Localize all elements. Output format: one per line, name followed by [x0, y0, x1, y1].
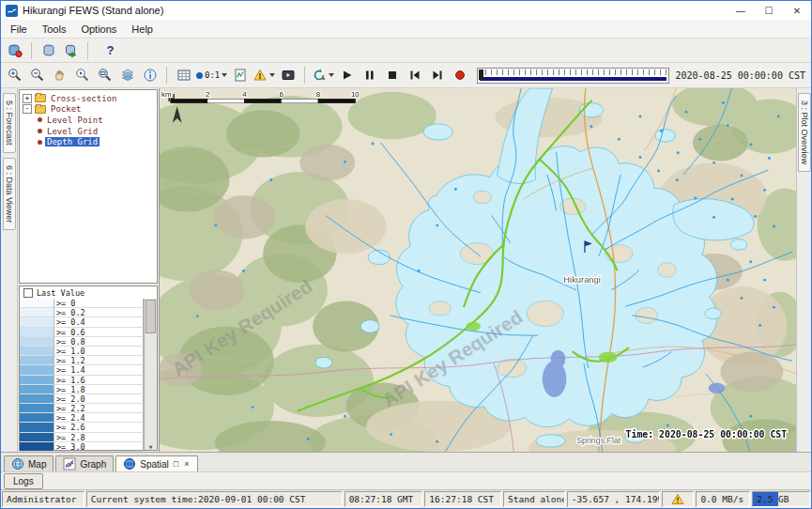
legend-row: >= 0.4: [20, 317, 144, 327]
scroll-down-icon[interactable]: ▼: [149, 443, 153, 450]
tree-item-label[interactable]: Cross-section: [49, 94, 118, 103]
record-icon[interactable]: [449, 65, 470, 86]
legend-label: >= 0.2: [54, 308, 144, 317]
app-logo-icon: [6, 5, 18, 17]
play-icon[interactable]: [336, 65, 358, 86]
movie-export-icon[interactable]: [277, 65, 299, 86]
menu-bar: FileToolsOptionsHelp: [1, 20, 811, 39]
pan-hand-icon[interactable]: [49, 65, 70, 86]
scale-unit-label: km: [161, 90, 171, 99]
step-forward-icon[interactable]: [426, 65, 448, 86]
legend-row: >= 1.8: [20, 385, 144, 394]
tab-maximize-icon[interactable]: □: [173, 459, 179, 469]
logs-button[interactable]: Logs: [4, 473, 43, 489]
marker-scale-label: 0:1: [205, 70, 220, 80]
legend-label: >= 1.6: [54, 376, 144, 385]
left-tab-strip: 5 : Forecast6 : Data Viewer: [1, 88, 18, 452]
warnings-dropdown[interactable]: [252, 65, 276, 86]
legend-label: >= 2.2: [54, 404, 144, 413]
legend-label: >= 2.4: [54, 413, 144, 423]
tree-item[interactable]: Level Point: [20, 115, 157, 126]
zoom-in-icon[interactable]: [4, 65, 25, 86]
menu-item-file[interactable]: File: [3, 22, 35, 37]
step-backward-icon[interactable]: [404, 65, 425, 86]
help-icon[interactable]: ?: [94, 39, 127, 61]
import-database-icon[interactable]: [60, 39, 82, 61]
map-canvas[interactable]: API Key Required API Key Required N Hiku…: [160, 88, 796, 452]
last-value-checkbox[interactable]: [23, 288, 33, 298]
tab-map-label: Map: [28, 459, 46, 470]
place-label: Springs Flat: [576, 436, 621, 445]
legend-color-swatch: [20, 376, 54, 385]
expand-icon[interactable]: +: [23, 94, 32, 103]
stop-icon[interactable]: [381, 65, 403, 86]
profile-icon[interactable]: [229, 65, 251, 86]
legend-label: >= 0.6: [54, 328, 144, 337]
title-bar: Hikurangi FEWS (Stand alone) — ☐ ✕: [1, 1, 811, 20]
database-explorer-icon[interactable]: [4, 39, 25, 61]
pause-icon[interactable]: [359, 65, 380, 86]
filter-tree: +Cross-section-PocketLevel PointLevel Gr…: [19, 89, 158, 284]
legend-scrollbar[interactable]: ▲ ▼: [144, 299, 157, 450]
info-icon[interactable]: [139, 65, 161, 86]
status-warning[interactable]: [662, 491, 694, 507]
menu-item-tools[interactable]: Tools: [35, 22, 74, 37]
tree-item-label[interactable]: Level Grid: [45, 127, 100, 136]
tab-graph-label: Graph: [80, 459, 106, 470]
maximize-button[interactable]: ☐: [755, 1, 783, 20]
tree-item-label[interactable]: Level Point: [45, 116, 105, 125]
marker-scale-dropdown[interactable]: 0:1: [195, 65, 228, 86]
zoom-extent-icon[interactable]: [94, 65, 115, 86]
warning-icon: [671, 493, 684, 505]
collapse-icon[interactable]: -: [23, 104, 32, 114]
legend-label: >= 2.6: [54, 423, 144, 432]
timeline-slider[interactable]: [477, 68, 668, 84]
timeline-thumb[interactable]: [479, 69, 483, 80]
tree-item[interactable]: -Pocket: [20, 104, 157, 116]
node-bullet-icon: [38, 117, 42, 122]
tab-spatial[interactable]: Spatial □ ×: [115, 455, 197, 471]
menu-item-help[interactable]: Help: [124, 22, 161, 37]
tree-item-label[interactable]: Pocket: [49, 104, 84, 114]
legend-row: >= 2.4: [20, 413, 144, 423]
grid-icon[interactable]: [173, 65, 194, 86]
left-panel: +Cross-section-PocketLevel PointLevel Gr…: [18, 88, 160, 452]
tab-map[interactable]: Map: [4, 455, 54, 471]
zoom-out-icon[interactable]: [26, 65, 48, 86]
legend-rows: >= 0>= 0.2>= 0.4>= 0.6>= 0.8>= 1.0>= 1.2…: [20, 299, 144, 450]
scroll-thumb[interactable]: [146, 300, 156, 333]
legend-label: >= 0: [54, 299, 144, 308]
legend-row: >= 2.6: [20, 423, 144, 432]
legend-color-swatch: [20, 433, 54, 442]
minimize-button[interactable]: —: [727, 1, 755, 20]
status-memory: 2.5 GB: [752, 491, 810, 507]
tree-item[interactable]: Depth Grid: [20, 136, 157, 147]
tree-item[interactable]: Level Grid: [20, 126, 157, 137]
zoom-previous-icon[interactable]: [71, 65, 93, 86]
status-local-time: 16:27:18 CST: [424, 491, 501, 507]
current-time-label: 2020-08-25 00:00:00 CST: [676, 70, 808, 81]
scale-tick-label: 6: [280, 90, 283, 99]
left-dock-tab-0[interactable]: 5 : Forecast: [3, 93, 16, 153]
legend-label: >= 0.8: [54, 337, 144, 347]
close-button[interactable]: ✕: [783, 1, 811, 20]
legend-label: >= 1.8: [54, 385, 144, 394]
menu-item-options[interactable]: Options: [73, 22, 124, 37]
app-window: Hikurangi FEWS (Stand alone) — ☐ ✕ FileT…: [0, 0, 812, 509]
tab-graph[interactable]: Graph: [55, 455, 114, 471]
tab-spatial-label: Spatial: [140, 459, 169, 470]
bottom-tab-bar: Map Graph Spatial □ ×: [1, 452, 811, 471]
right-dock-tab-0[interactable]: 3 : Plot Overview: [798, 93, 811, 172]
legend-color-swatch: [20, 394, 54, 404]
scale-tick-label: 2: [206, 90, 209, 99]
database-icon[interactable]: [38, 39, 59, 61]
refresh-loop-dropdown[interactable]: [311, 65, 335, 86]
left-dock-tab-1[interactable]: 6 : Data Viewer: [3, 158, 16, 230]
legend-label: >= 3.0: [54, 442, 144, 452]
status-user: Administrator: [2, 491, 84, 507]
tree-item-label[interactable]: Depth Grid: [45, 137, 100, 147]
layers-icon[interactable]: [116, 65, 138, 86]
legend-row: >= 2.2: [20, 404, 144, 413]
tree-item[interactable]: +Cross-section: [20, 93, 157, 104]
tab-close-icon[interactable]: ×: [183, 459, 190, 469]
